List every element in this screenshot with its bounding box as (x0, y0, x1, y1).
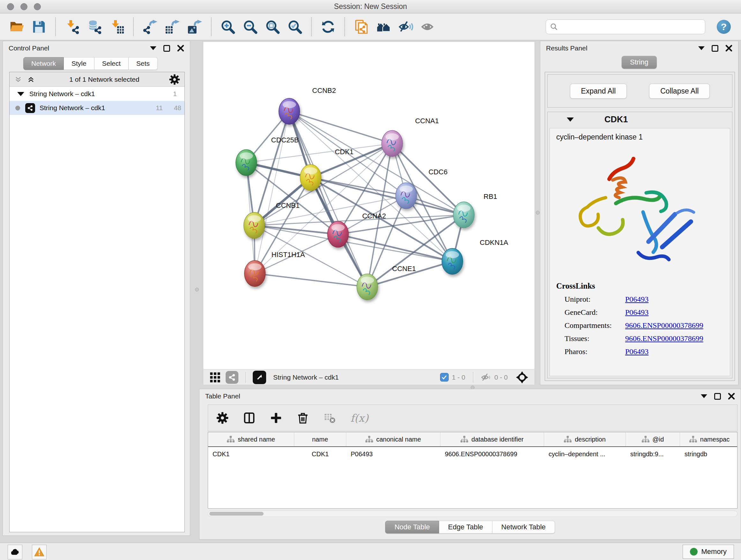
panel-float-icon[interactable] (714, 393, 721, 400)
network-edge[interactable] (289, 111, 464, 215)
network-edge[interactable] (289, 111, 392, 144)
network-view-button[interactable] (226, 371, 239, 384)
network-node-ccna1[interactable] (382, 130, 403, 157)
show-columns-button[interactable] (243, 412, 255, 424)
tab-network[interactable]: Network (23, 57, 64, 70)
search-input[interactable] (561, 20, 705, 33)
clone-network-button[interactable] (353, 18, 369, 36)
network-edge[interactable] (338, 234, 452, 261)
column-header[interactable]: namespac (680, 432, 738, 446)
panel-minimize-icon[interactable] (701, 394, 707, 398)
zoom-selected-button[interactable] (286, 18, 303, 36)
tab-sets[interactable]: Sets (129, 57, 158, 70)
table-cell[interactable]: P06493 (346, 447, 441, 461)
gene-section-header[interactable]: CDK1 (548, 112, 732, 127)
horizontal-scrollbar[interactable] (208, 510, 738, 517)
network-edge[interactable] (311, 178, 464, 215)
panel-close-icon[interactable] (725, 45, 732, 52)
export-table-button[interactable] (164, 18, 181, 36)
table-cell[interactable]: CDK1 (294, 447, 346, 461)
panel-float-icon[interactable] (712, 45, 718, 52)
warnings-button[interactable] (32, 545, 47, 559)
column-header[interactable]: database identifier (441, 432, 544, 446)
crosslink-link[interactable]: 9606.ENSP00000378699 (625, 321, 703, 330)
import-table-button[interactable] (109, 18, 125, 36)
save-session-button[interactable] (30, 18, 47, 36)
apply-style-button[interactable] (320, 18, 336, 36)
network-node-rb1[interactable] (453, 202, 474, 228)
network-node-cdk1[interactable] (300, 165, 321, 191)
panel-minimize-icon[interactable] (150, 46, 156, 50)
collapse-icon[interactable] (567, 118, 574, 122)
tab-string[interactable]: String (622, 56, 657, 69)
zoom-fit-button[interactable] (264, 18, 281, 36)
network-edge[interactable] (289, 111, 367, 287)
network-row[interactable]: String Network – cdk1 11 48 (10, 101, 185, 115)
panel-minimize-icon[interactable] (698, 46, 704, 50)
import-network-button[interactable] (64, 18, 80, 36)
crosslink-link[interactable]: P06493 (625, 348, 649, 356)
table-row[interactable]: CDK1CDK1P064939606.ENSP00000378699cyclin… (208, 447, 737, 461)
column-header[interactable]: description (544, 432, 626, 446)
network-edge[interactable] (255, 273, 367, 287)
tab-select[interactable]: Select (94, 57, 129, 70)
expand-all-networks-icon[interactable] (27, 76, 35, 83)
table-cell[interactable]: stringdb:9... (626, 447, 680, 461)
delete-table-button[interactable] (324, 412, 336, 424)
collapse-all-networks-icon[interactable] (14, 76, 22, 83)
splitter-handle[interactable] (195, 288, 199, 292)
column-header[interactable]: shared name (208, 432, 294, 446)
network-node-cdkn1a[interactable] (442, 248, 463, 274)
collapse-all-button[interactable]: Collapse All (649, 84, 710, 99)
delete-columns-button[interactable] (297, 412, 309, 424)
export-network-button[interactable] (142, 18, 158, 36)
hide-panels-button[interactable] (398, 18, 414, 36)
network-node-ccnb1[interactable] (244, 212, 265, 239)
network-node-ccnb2[interactable] (279, 98, 300, 125)
show-all-networks-button[interactable] (375, 18, 392, 36)
open-session-button[interactable] (8, 18, 25, 36)
panel-close-icon[interactable] (177, 45, 184, 52)
zoom-in-button[interactable] (219, 18, 236, 36)
crosslink-link[interactable]: 9606.ENSP00000378699 (625, 334, 703, 343)
column-header[interactable]: canonical name (346, 432, 441, 446)
crosslink-link[interactable]: P06493 (625, 308, 649, 317)
help-button[interactable]: ? (717, 20, 731, 34)
network-canvas[interactable]: CCNB2CCNA1CDC25BCDK1CDC6RB1CCNB1CCNA2CDK… (203, 42, 535, 370)
panel-close-icon[interactable] (728, 393, 735, 400)
table-cell[interactable]: stringdb (680, 447, 738, 461)
collapse-icon[interactable] (17, 92, 24, 96)
table-options-button[interactable] (216, 412, 228, 424)
birds-eye-view-button[interactable] (253, 371, 266, 384)
table-cell[interactable]: 9606.ENSP00000378699 (441, 447, 544, 461)
network-node-hist1h1a[interactable] (245, 260, 266, 287)
table-cell[interactable]: cyclin–dependent ... (544, 447, 626, 461)
import-network-from-database-button[interactable] (86, 18, 103, 36)
cloud-status-button[interactable] (8, 545, 22, 559)
splitter-handle[interactable] (536, 211, 540, 214)
scrollbar-thumb[interactable] (209, 512, 264, 516)
function-builder-button[interactable]: f(x) (350, 412, 368, 424)
network-node-ccne1[interactable] (357, 274, 378, 300)
tab-edge-table[interactable]: Edge Table (439, 521, 492, 534)
column-header[interactable]: @id (626, 432, 680, 446)
column-header[interactable]: name (294, 432, 346, 446)
network-collection-row[interactable]: String Network – cdk1 1 (10, 87, 185, 101)
show-panel-button[interactable] (420, 18, 436, 36)
network-node-ccna2[interactable] (327, 221, 348, 247)
grid-view-button[interactable] (210, 372, 220, 383)
network-options-button[interactable] (169, 74, 180, 85)
network-graph[interactable]: CCNB2CCNA1CDC25BCDK1CDC6RB1CCNB1CCNA2CDK… (203, 42, 535, 369)
memory-button[interactable]: Memory (683, 545, 734, 559)
tab-style[interactable]: Style (64, 57, 94, 70)
tab-network-table[interactable]: Network Table (492, 521, 555, 534)
create-column-button[interactable] (270, 412, 282, 424)
tab-node-table[interactable]: Node Table (385, 521, 439, 534)
expand-all-button[interactable]: Expand All (570, 84, 627, 99)
network-node-cdc25b[interactable] (236, 149, 257, 176)
selected-checkbox[interactable] (440, 373, 449, 381)
panel-float-icon[interactable] (163, 45, 170, 52)
table-cell[interactable]: CDK1 (208, 447, 294, 461)
zoom-out-button[interactable] (242, 18, 259, 36)
network-node-cdc6[interactable] (396, 183, 417, 209)
